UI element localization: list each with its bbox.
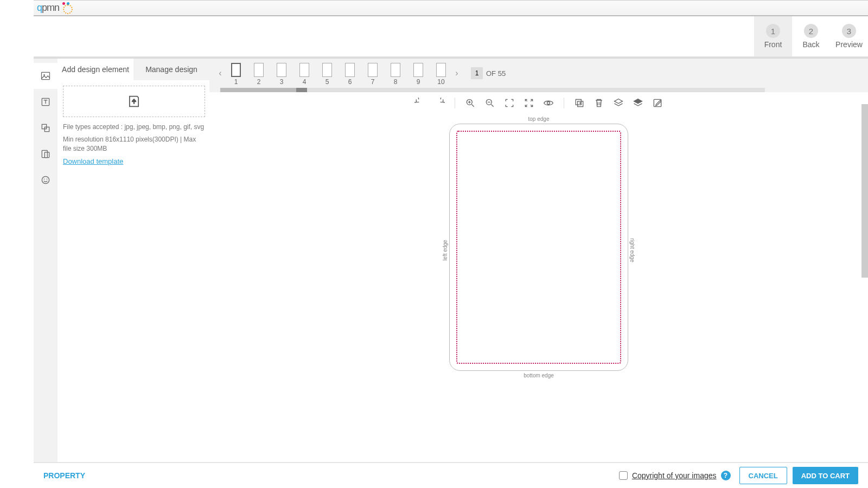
undo-button[interactable]	[413, 97, 426, 110]
property-link[interactable]: PROPERTY	[43, 471, 85, 480]
eye-icon	[543, 98, 554, 108]
thumb-rect	[345, 63, 355, 77]
bottom-bar: PROPERTY Copyright of your images ? CANC…	[34, 462, 868, 488]
thumb-rect	[277, 63, 286, 77]
thumb-rect	[436, 63, 446, 77]
tab-add-design-element[interactable]: Add design element	[58, 59, 133, 80]
copyright-label[interactable]: Copyright of your images	[632, 471, 717, 480]
tool-text[interactable]	[34, 89, 58, 115]
zoom-in-button[interactable]	[464, 97, 477, 110]
edge-label-right: right edge	[629, 238, 635, 262]
brand-bar: qpmn	[34, 0, 868, 16]
layout-icon	[40, 149, 51, 159]
strip-scrollbar[interactable]	[220, 88, 765, 92]
thumb-number: 2	[257, 78, 261, 86]
add-to-cart-button[interactable]: ADD TO CART	[793, 467, 858, 484]
page-thumb-10[interactable]: 10	[436, 63, 446, 86]
logo-text: qpmn	[37, 2, 59, 14]
thumb-rect	[254, 63, 264, 77]
thumb-number: 7	[371, 78, 375, 86]
step-number: 1	[766, 24, 780, 38]
delete-button[interactable]	[592, 97, 605, 110]
safe-zone	[456, 131, 621, 364]
tool-sticker[interactable]	[34, 167, 58, 193]
thumb-number: 8	[394, 78, 398, 86]
page-thumb-5[interactable]: 5	[322, 63, 332, 86]
svg-rect-4	[44, 127, 49, 131]
page-thumb-1[interactable]: 1	[231, 63, 241, 86]
redo-icon	[434, 98, 445, 108]
edge-label-left: left edge	[442, 240, 448, 260]
cancel-button[interactable]: CANCEL	[739, 467, 787, 484]
svg-point-13	[547, 102, 550, 105]
logo-mark-icon	[61, 2, 73, 14]
current-page-input[interactable]	[471, 67, 483, 79]
zoom-in-icon	[465, 98, 476, 108]
thumb-number: 3	[280, 78, 284, 86]
page-counter: OF 55	[471, 67, 506, 79]
duplicate-button[interactable]	[573, 97, 586, 110]
layer-front-button[interactable]	[631, 97, 644, 110]
help-icon[interactable]: ?	[721, 471, 731, 480]
separator	[455, 98, 455, 108]
page-thumb-3[interactable]: 3	[277, 63, 286, 86]
tool-shape[interactable]	[34, 115, 58, 141]
fit-icon	[504, 98, 515, 108]
thumb-rect	[322, 63, 332, 77]
layer-back-button[interactable]	[612, 97, 625, 110]
download-template-link[interactable]: Download template	[63, 157, 123, 165]
step-label: Front	[764, 40, 782, 49]
fit-button[interactable]	[503, 97, 516, 110]
panel-tabs: Add design element Manage design	[58, 59, 209, 80]
step-preview[interactable]: 3 Preview	[830, 16, 868, 56]
svg-rect-0	[42, 72, 50, 79]
card-frame[interactable]: left edge right edge	[449, 124, 628, 371]
step-front[interactable]: 1 Front	[754, 16, 792, 56]
duplicate-icon	[574, 98, 585, 108]
svg-rect-15	[578, 101, 583, 107]
tab-manage-design[interactable]: Manage design	[133, 59, 209, 80]
next-page-arrow[interactable]: ›	[451, 68, 462, 78]
page-strip: ‹ 12345678910 › OF 55	[209, 59, 868, 88]
page-thumb-7[interactable]: 7	[368, 63, 378, 86]
upload-dropzone[interactable]	[63, 86, 205, 117]
svg-rect-6	[44, 152, 49, 158]
zoom-out-button[interactable]	[483, 97, 496, 110]
left-panel: Add design element Manage design File ty…	[34, 59, 209, 488]
thumb-rect	[391, 63, 400, 77]
page-thumb-9[interactable]: 9	[413, 63, 423, 86]
edge-label-bottom: bottom edge	[524, 373, 554, 378]
step-back[interactable]: 2 Back	[792, 16, 830, 56]
shape-icon	[40, 123, 51, 133]
canvas-area[interactable]: top edge left edge right edge bottom edg…	[209, 114, 868, 488]
image-icon	[40, 70, 51, 81]
page-thumb-6[interactable]: 6	[345, 63, 355, 86]
step-number: 3	[842, 24, 856, 38]
step-label: Back	[802, 40, 819, 49]
layer-back-icon	[613, 98, 624, 108]
thumb-number: 6	[348, 78, 352, 86]
tool-image[interactable]	[34, 63, 58, 89]
page-thumb-8[interactable]: 8	[391, 63, 400, 86]
page-thumb-4[interactable]: 4	[299, 63, 309, 86]
svg-point-7	[42, 176, 49, 183]
redo-button[interactable]	[433, 97, 446, 110]
canvas-toolbar	[209, 92, 868, 114]
logo[interactable]: qpmn	[37, 2, 73, 14]
preview-button[interactable]	[542, 97, 555, 110]
center-column: ‹ 12345678910 › OF 55	[209, 59, 868, 488]
undo-icon	[414, 98, 425, 108]
page-thumb-2[interactable]: 2	[254, 63, 264, 86]
vertical-scrollbar[interactable]	[861, 104, 868, 462]
thumb-number: 1	[234, 78, 238, 86]
thumb-rect	[299, 63, 309, 77]
edit-button[interactable]	[651, 97, 664, 110]
tool-layout[interactable]	[34, 141, 58, 167]
layer-front-icon	[633, 98, 643, 108]
copyright-checkbox[interactable]	[619, 471, 628, 480]
thumb-number: 4	[303, 78, 307, 86]
svg-rect-3	[42, 124, 46, 129]
prev-page-arrow[interactable]: ‹	[215, 68, 226, 78]
card-wrapper: top edge left edge right edge bottom edg…	[444, 117, 633, 371]
fullscreen-button[interactable]	[522, 97, 535, 110]
